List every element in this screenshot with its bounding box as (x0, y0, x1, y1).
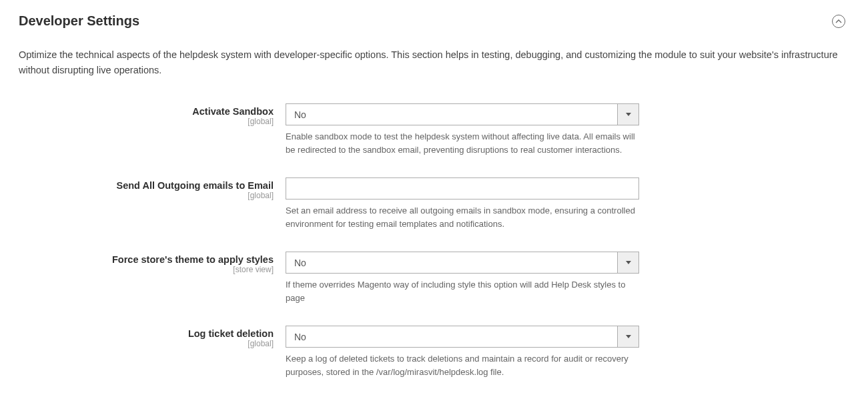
force-theme-select[interactable]: No (286, 252, 639, 274)
field-note: Keep a log of deleted tickets to track d… (286, 352, 639, 378)
section-title: Developer Settings (19, 13, 139, 29)
label-column: Force store's theme to apply styles [sto… (19, 252, 286, 274)
field-row-force-theme: Force store's theme to apply styles [sto… (19, 252, 849, 304)
select-wrapper: No (286, 103, 639, 125)
activate-sandbox-select[interactable]: No (286, 103, 639, 125)
chevron-up-icon (835, 19, 842, 23)
field-label-force-theme: Force store's theme to apply styles (19, 254, 274, 265)
field-scope: [global] (19, 339, 274, 348)
field-label-activate-sandbox: Activate Sandbox (19, 106, 274, 117)
field-note: If theme overrides Magento way of includ… (286, 278, 639, 304)
field-note: Set an email address to receive all outg… (286, 204, 639, 230)
field-scope: [global] (19, 191, 274, 200)
select-wrapper: No (286, 252, 639, 274)
label-column: Activate Sandbox [global] (19, 103, 286, 126)
section-description: Optimize the technical aspects of the he… (19, 47, 849, 78)
sandbox-email-input[interactable] (286, 177, 639, 200)
log-deletion-select[interactable]: No (286, 326, 639, 348)
field-scope: [store view] (19, 265, 274, 274)
collapse-toggle[interactable] (832, 15, 845, 28)
control-column: No Keep a log of deleted tickets to trac… (286, 326, 639, 378)
field-row-sandbox-email: Send All Outgoing emails to Email [globa… (19, 177, 849, 230)
control-column: No Enable sandbox mode to test the helpd… (286, 103, 639, 156)
label-column: Log ticket deletion [global] (19, 326, 286, 348)
select-wrapper: No (286, 326, 639, 348)
field-label-sandbox-email: Send All Outgoing emails to Email (19, 180, 274, 191)
field-note: Enable sandbox mode to test the helpdesk… (286, 130, 639, 156)
control-column: No If theme overrides Magento way of inc… (286, 252, 639, 304)
field-row-activate-sandbox: Activate Sandbox [global] No Enable sand… (19, 103, 849, 156)
field-label-log-deletion: Log ticket deletion (19, 328, 274, 339)
section-header: Developer Settings (19, 13, 849, 29)
label-column: Send All Outgoing emails to Email [globa… (19, 177, 286, 200)
field-scope: [global] (19, 117, 274, 126)
control-column: Set an email address to receive all outg… (286, 177, 639, 230)
field-row-log-deletion: Log ticket deletion [global] No Keep a l… (19, 326, 849, 378)
